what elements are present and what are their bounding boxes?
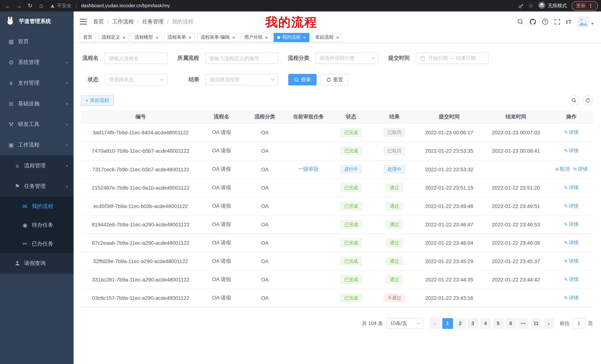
browser-reload-button[interactable]: ↻: [25, 1, 36, 11]
sidebar-item-process-management[interactable]: ≡ 流程管理 ∨: [0, 155, 74, 176]
tab-process-form[interactable]: 流程表单 ×: [164, 33, 195, 42]
submit-time-range[interactable]: 开始日期 - 结束日期: [416, 52, 489, 64]
status-badge: 已完成: [341, 202, 362, 210]
cell-submit-time: 2022-01-22 23:45:29: [416, 252, 482, 270]
page-button-4[interactable]: 4: [480, 318, 491, 329]
person-icon: [13, 260, 21, 267]
sidebar-item-done-tasks[interactable]: ✂ 已办任务: [0, 234, 74, 253]
bookmark-star-icon[interactable]: ☆: [528, 2, 534, 9]
key-icon[interactable]: [518, 3, 524, 9]
tab-process-model[interactable]: 流程模型 ×: [131, 33, 162, 42]
browser-home-button[interactable]: ⌂: [36, 1, 47, 11]
toggle-search-button[interactable]: [569, 95, 579, 106]
refresh-table-button[interactable]: [583, 95, 593, 106]
close-icon[interactable]: ×: [303, 35, 306, 40]
site-security-label[interactable]: 不安全: [57, 2, 71, 9]
breadcrumb-item[interactable]: 工作流程: [112, 18, 134, 25]
browser-menu-icon[interactable]: ⋮: [588, 3, 593, 9]
close-icon[interactable]: ×: [123, 35, 125, 40]
page-button-5[interactable]: 5: [493, 318, 503, 329]
close-icon[interactable]: ×: [189, 35, 191, 40]
close-icon[interactable]: ×: [232, 35, 235, 40]
sidebar-item-payment[interactable]: ¥ 支付管理 ∨: [0, 73, 74, 93]
sidebar-item-todo-tasks[interactable]: ◉ 待办任务: [0, 216, 74, 234]
filter-status: 状态 请选择状态: [81, 74, 167, 85]
search-button[interactable]: 搜索: [288, 74, 317, 85]
goto-page-input[interactable]: [572, 318, 585, 329]
browser-back-button[interactable]: ←: [2, 1, 13, 11]
result-select[interactable]: 请选择流结果: [205, 74, 278, 85]
cell-id: 2152467e-7b9b-11ec-9a1b-acde48001122: [81, 179, 200, 197]
sidebar-item-dev-tools[interactable]: ⚒ 研发工具 ∨: [0, 114, 74, 135]
search-icon[interactable]: [517, 18, 523, 25]
github-icon[interactable]: [529, 18, 536, 25]
detail-action[interactable]: ✎详情: [564, 203, 579, 209]
tab-process-definition[interactable]: 流程定义 ×: [98, 33, 129, 42]
detail-action[interactable]: ✎详情: [564, 185, 579, 190]
address-bar[interactable]: 不安全 | dashboard.yudao.iocoder.cn/bpm/tas…: [50, 2, 518, 9]
sidebar-item-workflow[interactable]: ▣ 工作流程 ∧: [0, 135, 74, 155]
detail-action[interactable]: ✎详情: [564, 240, 579, 245]
close-icon[interactable]: ×: [336, 35, 339, 40]
cell-actions: ✎详情: [550, 142, 593, 160]
cell-status: 已完成: [330, 215, 372, 234]
page-button-1[interactable]: 1: [442, 318, 453, 329]
incognito-badge[interactable]: 无痕模式: [538, 1, 567, 10]
sidebar-toggle-button[interactable]: [80, 19, 87, 25]
process-def-input[interactable]: [205, 52, 278, 64]
caret-down-icon[interactable]: ▾: [591, 21, 593, 26]
detail-action[interactable]: ✎详情: [573, 166, 588, 172]
warning-triangle-icon: [50, 4, 54, 8]
detail-action[interactable]: ✎详情: [564, 295, 579, 301]
app-logo[interactable]: 芋道管理系统: [0, 11, 74, 31]
create-process-button[interactable]: + 发起流程: [81, 95, 114, 106]
browser-forward-button[interactable]: →: [13, 1, 25, 11]
page-more-button[interactable]: •••: [518, 318, 529, 329]
tab-my-process[interactable]: 我的流程 ×: [274, 33, 310, 42]
page-button-2[interactable]: 2: [455, 318, 466, 329]
edit-icon: ✎: [564, 203, 568, 209]
reset-button[interactable]: 重置: [320, 74, 349, 85]
sidebar-item-my-process[interactable]: ✉ 我的流程: [0, 197, 74, 216]
font-size-icon[interactable]: tT: [566, 19, 572, 25]
detail-action[interactable]: ✎详情: [564, 277, 579, 282]
fullscreen-icon[interactable]: [554, 19, 560, 25]
category-select[interactable]: 请选择流程分类: [316, 52, 378, 64]
result-badge: 通过: [386, 239, 403, 247]
page-button-3[interactable]: 3: [468, 318, 478, 329]
process-name-input[interactable]: [105, 52, 167, 64]
filter-process-name: 流程名: [81, 52, 167, 64]
tab-start-process[interactable]: 发起流程 ×: [312, 33, 342, 42]
detail-action[interactable]: ✎详情: [564, 148, 579, 153]
breadcrumb-item[interactable]: 任务管理: [142, 18, 164, 25]
page-button-6[interactable]: 6: [505, 318, 516, 329]
update-button[interactable]: 更新 ⋮: [571, 1, 598, 10]
sidebar-item-home[interactable]: ▦ 首页: [0, 31, 74, 52]
help-icon[interactable]: ?: [542, 18, 549, 25]
tab-process-form-edit[interactable]: 流程表单-编辑 ×: [197, 33, 239, 42]
close-icon[interactable]: ×: [265, 35, 268, 40]
sidebar-item-leave-query[interactable]: 请假查询: [0, 253, 74, 274]
sidebar-item-task-management[interactable]: ⚑ 任务管理 ∧: [0, 176, 74, 197]
page-button-11[interactable]: 11: [531, 318, 541, 329]
current-task-link[interactable]: 一级审批: [298, 166, 319, 172]
prev-page-button[interactable]: ‹: [429, 318, 440, 329]
sidebar-item-infrastructure[interactable]: ⊞ 基础设施 ∨: [0, 94, 74, 114]
detail-action[interactable]: ✎详情: [564, 130, 579, 135]
avatar[interactable]: [578, 16, 589, 27]
cell-name: OA 请假: [200, 270, 242, 289]
cancel-action[interactable]: ⊘取消: [555, 166, 570, 172]
tab-user-group[interactable]: 用户分组 ×: [241, 33, 271, 42]
process-name-label: 流程名: [81, 55, 99, 62]
next-page-button[interactable]: ›: [543, 318, 554, 329]
detail-action[interactable]: ✎详情: [564, 221, 579, 227]
sidebar-item-system[interactable]: ⚙ 系统管理 ∨: [0, 52, 74, 73]
page-size-select[interactable]: 10条/页: [387, 318, 424, 329]
address-url[interactable]: dashboard.yudao.iocoder.cn/bpm/task/my: [81, 3, 170, 9]
detail-action[interactable]: ✎详情: [564, 258, 579, 264]
breadcrumb-item[interactable]: 首页: [93, 18, 104, 25]
tab-home[interactable]: 首页: [80, 33, 96, 42]
status-select[interactable]: 请选择状态: [105, 74, 167, 85]
close-icon[interactable]: ×: [156, 35, 158, 40]
status-badge: 已完成: [341, 257, 362, 265]
